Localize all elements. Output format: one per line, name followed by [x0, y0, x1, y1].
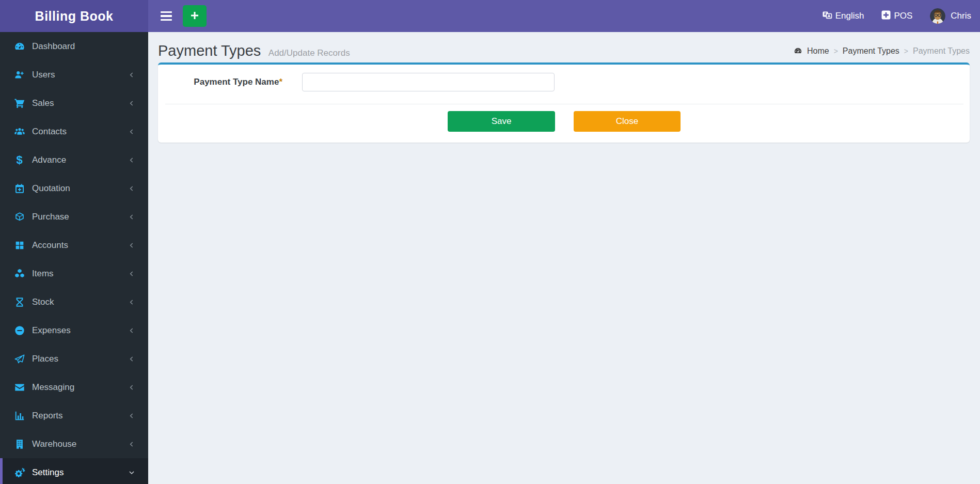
sidebar-item-purchase[interactable]: Purchase [0, 202, 148, 231]
chevron-left-icon [128, 441, 135, 448]
sidebar-item-label: Sales [32, 98, 54, 108]
breadcrumb: Home > Payment Types > Payment Types [794, 46, 970, 56]
chevron-left-icon [128, 384, 135, 391]
gears-icon [13, 466, 25, 478]
sidebar-item-label: Warehouse [32, 439, 76, 449]
chevron-left-icon [128, 100, 135, 107]
card-divider [165, 104, 963, 104]
sidebar-item-label: Reports [32, 411, 63, 421]
cubes-icon [13, 268, 25, 279]
required-asterisk: * [279, 77, 282, 87]
avatar [930, 8, 945, 24]
sidebar-item-label: Quotation [32, 183, 70, 194]
navbar-right: English POS [822, 8, 971, 24]
chevron-down-icon [128, 469, 135, 476]
content-header: Payment Types Add/Update Records Home > … [148, 32, 980, 63]
brand-logo[interactable]: Billing Book [0, 0, 148, 32]
breadcrumb-separator: > [904, 47, 908, 55]
language-menu[interactable]: English [822, 10, 864, 23]
close-button[interactable]: Close [574, 111, 681, 132]
quick-add-button[interactable] [183, 5, 207, 27]
chevron-left-icon [128, 412, 135, 419]
sidebar-item-settings[interactable]: Settings [0, 458, 148, 484]
minus-circle-icon [13, 324, 25, 336]
bar-chart-icon [13, 410, 25, 421]
sidebar-item-label: Settings [32, 467, 64, 478]
page-title: Payment Types [158, 42, 261, 59]
breadcrumb-current: Payment Types [913, 46, 970, 56]
plus-square-icon [881, 10, 891, 22]
save-button[interactable]: Save [448, 111, 555, 132]
sidebar-item-label: Purchase [32, 212, 69, 222]
building-icon [13, 438, 25, 450]
sidebar-item-sales[interactable]: Sales [0, 89, 148, 117]
sidebar-item-contacts[interactable]: Contacts [0, 117, 148, 146]
page-subtitle: Add/Update Records [268, 48, 350, 58]
sidebar-item-label: Places [32, 354, 58, 364]
envelope-icon [13, 381, 25, 393]
tachometer-icon [794, 46, 802, 55]
navbar: English POS [148, 0, 980, 32]
hourglass-icon [13, 296, 25, 308]
chevron-left-icon [128, 185, 135, 192]
sidebar-item-places[interactable]: Places [0, 345, 148, 373]
user-plus-icon [13, 69, 25, 81]
sidebar-item-items[interactable]: Items [0, 259, 148, 288]
sidebar-toggle-button[interactable] [157, 8, 175, 24]
tachometer-icon [13, 40, 25, 52]
username-label: Chris [951, 11, 971, 21]
payment-type-form-card: Payment Type Name* Save Close [158, 63, 970, 143]
sidebar-item-label: Accounts [32, 240, 68, 251]
pos-button[interactable]: POS [881, 10, 912, 22]
grid-icon [13, 239, 25, 251]
sidebar-item-label: Messaging [32, 382, 74, 393]
breadcrumb-separator: > [834, 47, 838, 55]
dollar-icon: $ [13, 154, 25, 166]
chevron-left-icon [128, 355, 135, 363]
chevron-left-icon [128, 213, 135, 221]
sidebar: Dashboard Users Sales Contacts $ Advance… [0, 32, 148, 484]
sidebar-item-label: Stock [32, 297, 54, 307]
sidebar-item-label: Contacts [32, 127, 67, 137]
cart-icon [13, 97, 25, 109]
users-icon [13, 126, 25, 137]
chevron-left-icon [128, 299, 135, 306]
chevron-left-icon [128, 270, 135, 277]
paper-plane-icon [13, 353, 25, 365]
breadcrumb-section-link[interactable]: Payment Types [843, 46, 899, 56]
pos-label: POS [894, 11, 912, 21]
sidebar-item-reports[interactable]: Reports [0, 401, 148, 430]
sidebar-item-label: Items [32, 269, 54, 279]
cube-icon [13, 211, 25, 223]
page-heading: Payment Types Add/Update Records [158, 42, 350, 59]
chevron-left-icon [128, 128, 135, 135]
user-menu[interactable]: Chris [930, 8, 971, 24]
sidebar-item-expenses[interactable]: Expenses [0, 316, 148, 345]
sidebar-item-users[interactable]: Users [0, 60, 148, 89]
chevron-left-icon [128, 327, 135, 334]
calendar-plus-icon [13, 182, 25, 194]
sidebar-item-label: Advance [32, 155, 66, 165]
breadcrumb-home-link[interactable]: Home [807, 46, 829, 56]
sidebar-item-label: Dashboard [32, 41, 75, 52]
chevron-left-icon [128, 71, 135, 79]
sidebar-item-messaging[interactable]: Messaging [0, 373, 148, 401]
top-header: Billing Book English [0, 0, 980, 32]
sidebar-item-quotation[interactable]: Quotation [0, 174, 148, 202]
payment-type-name-label: Payment Type Name* [158, 77, 282, 87]
payment-type-name-input[interactable] [302, 73, 555, 91]
main-content: Payment Types Add/Update Records Home > … [148, 32, 980, 484]
sidebar-item-stock[interactable]: Stock [0, 288, 148, 316]
sidebar-item-warehouse[interactable]: Warehouse [0, 430, 148, 458]
plus-icon [189, 10, 200, 22]
chevron-left-icon [128, 242, 135, 249]
sidebar-item-advance[interactable]: $ Advance [0, 146, 148, 174]
sidebar-item-label: Expenses [32, 325, 71, 336]
chevron-left-icon [128, 157, 135, 164]
sidebar-item-accounts[interactable]: Accounts [0, 231, 148, 259]
language-label: English [835, 11, 864, 21]
sidebar-item-label: Users [32, 70, 55, 80]
sidebar-item-dashboard[interactable]: Dashboard [0, 32, 148, 60]
language-icon [822, 10, 832, 23]
